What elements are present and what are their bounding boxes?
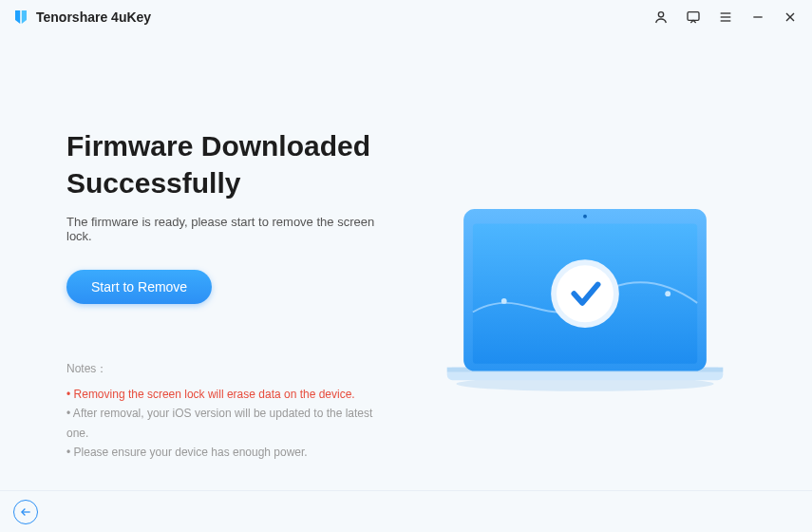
brand: Tenorshare 4uKey (13, 10, 151, 25)
note-item: • After removal, your iOS version will b… (66, 404, 387, 443)
footer (0, 490, 812, 532)
app-title: Tenorshare 4uKey (36, 10, 151, 25)
svg-rect-1 (688, 12, 699, 21)
svg-point-15 (666, 291, 671, 296)
back-button[interactable] (13, 500, 38, 524)
laptop-success-icon (438, 201, 732, 399)
feedback-icon[interactable] (685, 9, 702, 26)
note-item: • Please ensure your device has enough p… (66, 443, 387, 462)
window-controls (652, 9, 799, 26)
main-content: Firmware Downloaded Successfully The fir… (0, 34, 812, 481)
notes-label: Notes： (66, 361, 387, 377)
svg-point-14 (501, 298, 507, 304)
svg-point-0 (658, 12, 663, 17)
page-title: Firmware Downloaded Successfully (66, 127, 387, 201)
account-icon[interactable] (652, 9, 670, 26)
notes-block: Notes： • Removing the screen lock will e… (66, 361, 387, 463)
close-icon[interactable] (782, 9, 799, 26)
start-to-remove-button[interactable]: Start to Remove (66, 270, 212, 304)
brand-logo-icon (13, 10, 28, 25)
titlebar: Tenorshare 4uKey (0, 0, 812, 34)
menu-icon[interactable] (717, 9, 734, 26)
page-subtitle: The firmware is ready, please start to r… (66, 215, 387, 243)
note-item: • Removing the screen lock will erase da… (66, 385, 387, 404)
minimize-icon[interactable] (749, 9, 766, 26)
svg-point-12 (583, 215, 587, 218)
left-column: Firmware Downloaded Successfully The fir… (66, 101, 387, 481)
illustration-area (425, 101, 746, 481)
